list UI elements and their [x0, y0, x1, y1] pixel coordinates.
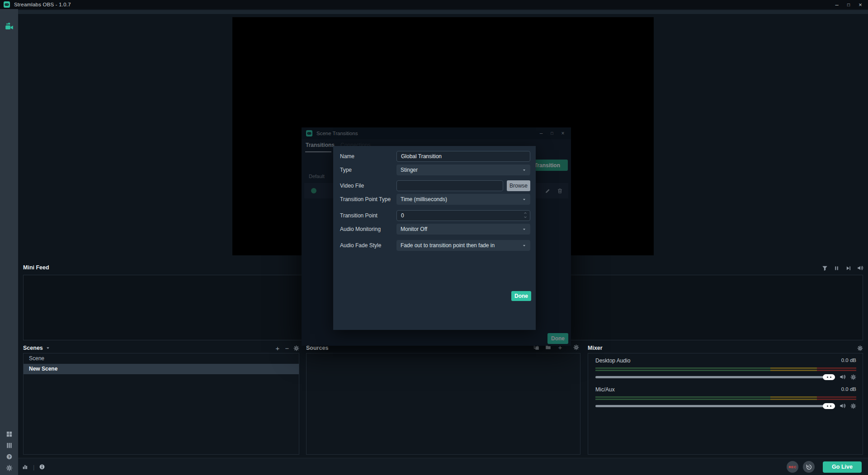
chevron-down-icon: [522, 244, 526, 248]
transition-point-label: Transition Point: [340, 212, 377, 219]
sources-title: Sources: [306, 345, 328, 351]
volume-slider[interactable]: [595, 405, 835, 407]
channel-level: 0.0 dB: [841, 357, 856, 364]
app-titlebar: Streamlabs OBS - 1.0.7 – □ ×: [0, 0, 868, 9]
scenes-title: Scenes: [23, 345, 43, 351]
number-spinner[interactable]: [524, 212, 527, 219]
sidebar: [0, 9, 18, 475]
volume-meter: [595, 396, 856, 400]
type-select[interactable]: Stinger: [396, 165, 530, 175]
volume-meter: [595, 367, 856, 371]
channel-level: 0.0 dB: [841, 386, 856, 393]
notifications-info-icon[interactable]: [39, 464, 45, 470]
help-icon[interactable]: [6, 453, 13, 460]
transition-point-input[interactable]: [396, 210, 530, 221]
spinner-down-icon[interactable]: [524, 216, 527, 219]
skip-next-icon[interactable]: [845, 265, 851, 271]
transition-point-type-label: Transition Point Type: [340, 196, 391, 202]
minimize-button[interactable]: –: [831, 0, 843, 9]
mixer-settings-gear-icon[interactable]: [857, 345, 863, 351]
performance-metrics-icon[interactable]: [22, 464, 28, 470]
go-live-button[interactable]: Go Live: [823, 461, 862, 473]
channel-name: Desktop Audio: [595, 357, 630, 364]
status-bar: | REC Go Live: [18, 458, 868, 475]
name-label: Name: [340, 153, 354, 160]
channel-settings-gear-icon[interactable]: [850, 403, 856, 409]
transition-properties-popup: Name Type Stinger Video File Browse Tran…: [333, 146, 536, 330]
mixer-content: Desktop Audio 0.0 dB Mic/Aux 0.0 dB: [588, 353, 863, 455]
pause-icon[interactable]: [834, 265, 840, 271]
minifeed-title: Mini Feed: [23, 264, 49, 271]
footer-divider: |: [33, 464, 34, 470]
volume-slider-handle[interactable]: [823, 403, 835, 409]
transition-point-type-select[interactable]: Time (milliseconds): [396, 194, 530, 205]
scenes-collection-caret-icon[interactable]: [46, 346, 50, 350]
streamlabs-logo-icon: [4, 1, 10, 8]
audio-monitoring-select[interactable]: Monitor Off: [396, 224, 530, 235]
scene-transitions-gear-icon[interactable]: [293, 345, 299, 351]
filter-icon[interactable]: [822, 265, 828, 271]
close-button[interactable]: ×: [854, 0, 866, 9]
maximize-button[interactable]: □: [843, 0, 854, 9]
chevron-down-icon: [522, 227, 526, 231]
volume-slider-handle[interactable]: [823, 374, 835, 380]
mixer-channel-mic-aux: Mic/Aux 0.0 dB: [595, 386, 856, 409]
spinner-up-icon[interactable]: [524, 212, 527, 215]
themes-icon[interactable]: [6, 442, 13, 449]
scene-list-item[interactable]: Scene: [24, 353, 299, 364]
name-input[interactable]: [396, 151, 530, 162]
mixer-title: Mixer: [588, 345, 603, 351]
editor-top-strip: [18, 10, 868, 14]
source-properties-gear-icon[interactable]: [573, 344, 579, 350]
mute-icon[interactable]: [840, 374, 846, 380]
scenes-list: Scene New Scene: [23, 353, 299, 455]
chevron-down-icon: [522, 198, 526, 202]
properties-done-button[interactable]: Done: [511, 291, 531, 301]
type-label: Type: [340, 167, 352, 173]
editor-icon[interactable]: [5, 22, 14, 31]
audio-fade-style-label: Audio Fade Style: [340, 242, 381, 249]
channel-name: Mic/Aux: [595, 386, 615, 393]
browse-button[interactable]: Browse: [507, 180, 530, 191]
video-file-label: Video File: [340, 183, 364, 189]
audio-monitoring-label: Audio Monitoring: [340, 226, 381, 232]
app-title: Streamlabs OBS - 1.0.7: [14, 2, 71, 7]
settings-gear-icon[interactable]: [6, 465, 13, 471]
chevron-down-icon: [522, 168, 526, 172]
mute-alerts-icon[interactable]: [857, 265, 863, 271]
channel-settings-gear-icon[interactable]: [850, 374, 856, 380]
scene-list-item-selected[interactable]: New Scene: [24, 364, 299, 374]
replay-buffer-button[interactable]: [803, 461, 815, 473]
streamlabs-obs-window: Streamlabs OBS - 1.0.7 – □ × Mini Feed S…: [0, 0, 868, 475]
scene-transitions-dialog: Scene Transitions – □ × Transitions Conn…: [302, 127, 571, 346]
audio-fade-style-select[interactable]: Fade out to transition point then fade i…: [396, 240, 530, 251]
mute-icon[interactable]: [840, 403, 846, 409]
sources-list: [306, 353, 580, 455]
remove-scene-button[interactable]: −: [284, 345, 290, 351]
mixer-channel-desktop-audio: Desktop Audio 0.0 dB: [595, 357, 856, 380]
volume-slider[interactable]: [595, 376, 835, 378]
dashboard-icon[interactable]: [6, 431, 13, 437]
record-button[interactable]: REC: [787, 461, 798, 473]
video-file-input[interactable]: [396, 180, 503, 191]
add-scene-button[interactable]: +: [274, 345, 281, 351]
replay-icon: [806, 464, 812, 470]
